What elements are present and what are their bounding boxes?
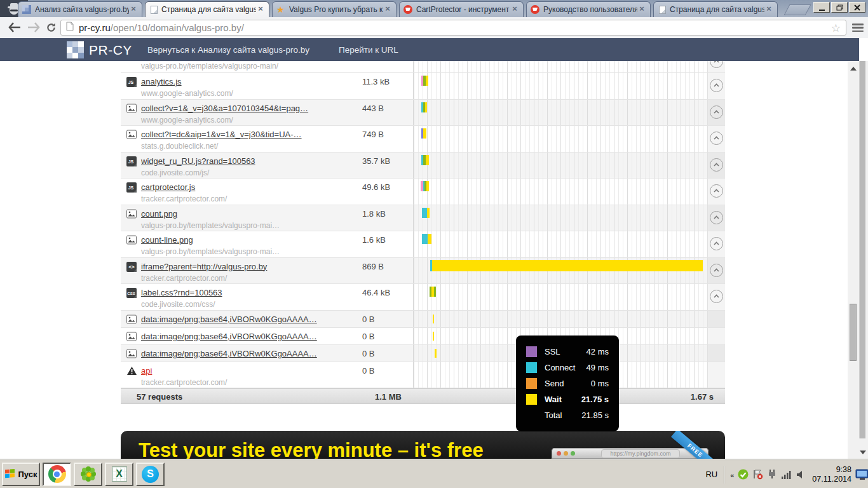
reload-icon[interactable]	[46, 22, 57, 36]
address-bar[interactable]: pr-cy.ru/open/10/domain/valgus-pro.by/ ☆	[60, 20, 846, 36]
collapse-row-button[interactable]	[710, 158, 723, 172]
timing-bar[interactable]	[422, 208, 430, 218]
forward-icon[interactable]	[27, 22, 41, 36]
resource-link[interactable]: data:image/png;base64,iVBORw0KGgoAAAA…	[141, 332, 317, 341]
collapse-row-button[interactable]	[710, 211, 723, 224]
go-to-url-link[interactable]: Перейти к URL	[339, 45, 398, 55]
timing-bar[interactable]	[421, 155, 429, 165]
timing-bar[interactable]	[435, 349, 437, 358]
timing-bar[interactable]	[430, 260, 703, 271]
restore-button[interactable]	[831, 2, 848, 13]
timing-segment	[425, 102, 427, 112]
mini-browser-mockup: https://my.pingdom.com FREE	[552, 448, 709, 459]
file-type-js-icon: JS	[126, 77, 137, 87]
network-signal-icon[interactable]	[781, 470, 792, 480]
resource-link[interactable]: cartprotector.js	[141, 182, 195, 192]
resource-link[interactable]: data:image/png;base64,iVBORw0KGgoAAAA…	[141, 315, 317, 324]
scrollbar-thumb[interactable]	[850, 304, 857, 361]
browser-tab[interactable]: Страница для сайта valgus×	[653, 1, 778, 17]
skype-taskbar-button[interactable]: S	[136, 463, 165, 486]
browser-tab[interactable]: ★Valgus Pro купить убрать к×	[272, 1, 397, 17]
back-icon[interactable]	[8, 22, 22, 36]
summary-row: 57 requests 1.1 MB 1.67 s	[121, 388, 725, 404]
collapse-row-button[interactable]	[710, 105, 723, 119]
resource-link[interactable]: widget_ru_RU.js?rand=100563	[141, 156, 255, 166]
resource-row: CSSlabel.css?rnd=100563code.jivosite.com…	[121, 284, 725, 311]
resource-link[interactable]: api	[141, 366, 152, 376]
scroll-down-icon[interactable]	[860, 451, 866, 454]
power-plug-icon[interactable]	[767, 469, 777, 480]
tooltip-row: Connect49 ms	[516, 360, 619, 376]
language-indicator[interactable]: RU	[705, 470, 717, 479]
new-tab-button[interactable]	[783, 4, 811, 15]
chrome-menu-icon[interactable]	[851, 22, 864, 33]
resource-row: JSanalytics.jswww.google-analytics.com/1…	[121, 73, 725, 100]
svg-text:JS: JS	[128, 159, 134, 164]
scrollbar-thumb-outer[interactable]	[859, 61, 865, 438]
resource-row: JScartprotector.jstracker.cartprotector.…	[121, 179, 725, 205]
pingdom-banner[interactable]: Test your site every minute – it's free …	[121, 431, 725, 459]
tab-close-icon[interactable]: ×	[510, 5, 519, 14]
timing-bar[interactable]	[422, 234, 431, 244]
tooltip-label: Send	[545, 379, 564, 388]
file-type-img-icon	[126, 332, 137, 342]
file-type-img-icon	[126, 349, 137, 359]
tab-close-icon[interactable]: ×	[637, 5, 646, 14]
browser-tab[interactable]: CartProtector - инструмент×	[399, 1, 524, 17]
tray-clock[interactable]: 9:38 07.11.2014	[812, 465, 851, 484]
skype-status-icon[interactable]	[738, 469, 749, 480]
bookmark-star-icon[interactable]: ☆	[831, 22, 841, 34]
resource-link[interactable]: count.png	[141, 209, 177, 219]
resource-link[interactable]: iframe?parent=http://valgus-pro.by	[141, 262, 267, 271]
timing-bar[interactable]	[421, 102, 427, 112]
icq-taskbar-button[interactable]	[74, 463, 102, 486]
excel-taskbar-button[interactable]: X	[105, 463, 133, 486]
browser-tab[interactable]: Страница для сайта valgus×	[145, 1, 269, 17]
resource-link[interactable]: collect?t=dc&aip=1&v=1&_v=j30&tid=UA-…	[141, 130, 302, 139]
resource-link[interactable]: collect?v=1&_v=j30&a=1070103454&t=pag…	[141, 104, 308, 113]
volume-icon[interactable]	[796, 470, 806, 480]
scroll-up-icon[interactable]	[850, 67, 857, 71]
show-desktop-icon[interactable]	[855, 469, 868, 480]
chrome-taskbar-button[interactable]	[43, 463, 71, 486]
resource-link[interactable]: count-line.png	[141, 235, 193, 245]
page-scrollbar[interactable]	[848, 61, 868, 459]
prcy-logo[interactable]: PR-CY	[67, 41, 132, 58]
minimize-button[interactable]	[813, 2, 830, 13]
file-type-img-icon	[126, 130, 137, 140]
resource-link[interactable]: label.css?rnd=100563	[141, 288, 222, 297]
timing-bar[interactable]	[421, 76, 428, 86]
timing-bar[interactable]	[430, 287, 436, 297]
timing-bar[interactable]	[421, 128, 426, 139]
back-to-analysis-link[interactable]: Вернуться к Анализу сайта valgus-pro.by	[147, 45, 309, 55]
collapse-row-button[interactable]	[710, 79, 723, 92]
page-content: valgus-pro.by/templates/valguspro-main/ …	[0, 61, 868, 459]
start-button[interactable]: Пуск	[2, 463, 40, 486]
collapse-row-button[interactable]	[710, 132, 723, 145]
timing-bar[interactable]	[433, 315, 434, 323]
resource-link[interactable]: analytics.js	[141, 77, 182, 86]
timing-segment	[428, 234, 431, 244]
timing-bar[interactable]	[433, 332, 434, 341]
close-button[interactable]	[849, 2, 865, 13]
collapse-row-button[interactable]	[710, 264, 723, 277]
hide-icons-chevron[interactable]: «	[730, 471, 734, 479]
tab-close-icon[interactable]: ×	[129, 5, 138, 14]
collapse-row-button[interactable]	[710, 290, 723, 303]
collapse-row-button[interactable]	[710, 184, 723, 198]
tab-close-icon[interactable]: ×	[383, 5, 392, 14]
browser-tab[interactable]: Руководство пользователя×	[526, 1, 651, 17]
resource-link[interactable]: data:image/png;base64,iVBORw0KGgoAAAA…	[141, 349, 317, 358]
browser-tab[interactable]: Анализ сайта valgus-pro.by×	[18, 1, 142, 17]
collapse-row-button[interactable]	[710, 237, 723, 250]
timing-bar[interactable]	[421, 181, 429, 191]
waterfall-cell	[413, 284, 707, 310]
tab-close-icon[interactable]: ×	[764, 5, 773, 14]
resource-size: 0 B	[362, 332, 375, 341]
row-button-column	[707, 100, 725, 126]
action-center-flag-icon[interactable]	[752, 469, 763, 480]
resource-row: count-line.pngvalgus-pro.by/templates/va…	[121, 231, 725, 258]
tab-close-icon[interactable]: ×	[256, 5, 265, 14]
collapse-row-button[interactable]	[710, 61, 723, 68]
resource-size: 11.3 kB	[362, 77, 390, 86]
